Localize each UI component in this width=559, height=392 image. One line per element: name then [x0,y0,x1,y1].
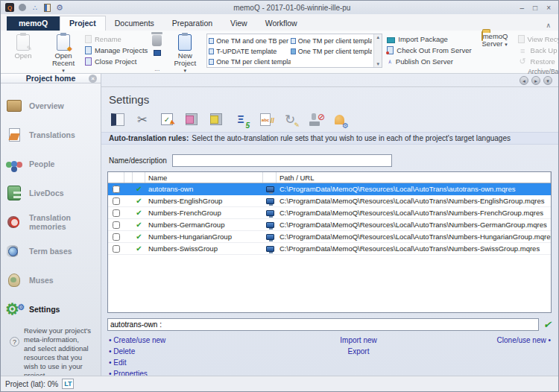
clone-use-new-link[interactable]: Clone/use new [497,336,551,344]
open-icon: ✎ [16,34,30,51]
maximize-button[interactable]: □ [533,4,537,12]
recycle-bin-icon [518,35,525,43]
sidebar-item-livedocs[interactable]: LiveDocs [1,178,101,207]
apply-check-icon[interactable]: ✔ [543,319,552,330]
sidebar-item-muses[interactable]: Muses [1,265,101,294]
row-name: Numbers-EnglishGroup [145,197,263,205]
archive-project-icon[interactable] [154,50,161,56]
nav-dropdown-icon[interactable]: ▾ [543,76,552,85]
table-header[interactable]: Name Path / URL [108,172,551,183]
row-name: Numbers-SwissGroup [145,244,263,253]
close-pane-icon[interactable]: × [89,75,97,83]
settings-description: Review your project's meta-information, … [24,326,92,380]
row-path: C:\ProgramData\MemoQ\Resources\Local\Aut… [277,233,551,241]
table-row[interactable]: ✔ autotrans-own C:\ProgramData\MemoQ\Res… [108,183,551,195]
sidebar-item-translation-memories[interactable]: Translation memories [1,207,101,236]
local-resource-icon [266,234,274,240]
sidebar-item-translations[interactable]: Translations [1,120,101,149]
tab-workflow[interactable]: Workflow [256,16,306,31]
tm-settings-icon[interactable] [183,110,200,128]
livedocs-settings-icon[interactable] [207,110,225,128]
row-checkbox[interactable] [113,233,120,241]
memoq-server-folder-icon [481,31,483,41]
sidebar-item-people[interactable]: People [1,149,101,178]
template-icon [291,38,296,44]
help-icon[interactable]: ? [10,337,19,347]
resource-console-icon[interactable]: ∴ [31,3,40,12]
close-button[interactable]: × [546,4,551,12]
rename-button[interactable]: Rename [85,34,148,44]
row-checkbox[interactable] [113,197,120,205]
general-settings-icon[interactable] [109,110,127,128]
template-item[interactable]: One TM per client template [291,46,373,57]
tab-documents[interactable]: Documents [106,16,163,31]
open-button[interactable]: ✎ Open [4,33,42,60]
selected-resource-edit-field[interactable] [107,318,539,331]
column-header-path[interactable]: Path / URL [277,172,551,183]
view-recycle-bin-button[interactable]: View Recycle Bin [518,34,559,44]
check-out-from-server-button[interactable]: Check Out From Server [387,45,471,55]
project-template-listbox: One TM and one TB per ... T-UPDATE templ… [206,34,382,68]
non-translatables-icon[interactable] [306,110,323,128]
nav-forward-icon[interactable]: ▸ [531,76,540,85]
open-recent-button[interactable]: ◆ Open Recent ▾ [45,33,82,75]
close-project-button[interactable]: Close Project [85,57,148,66]
column-header-name[interactable]: Name [145,172,263,183]
project-home-tab[interactable]: Project home × [1,74,101,83]
template-item[interactable]: T-UPDATE template [209,46,291,57]
tab-project[interactable]: Project [60,16,106,31]
row-checkbox[interactable] [113,245,120,253]
row-path: C:\ProgramData\MemoQ\Resources\Local\Aut… [277,209,551,217]
collapse-ribbon-icon[interactable]: ∧ [538,22,558,31]
options-gear-icon[interactable]: ⚙ [55,3,64,12]
template-scrollbar[interactable]: ▲ ▼ [373,34,382,67]
sidebar-item-overview[interactable]: Overview [1,91,101,120]
sidebar-item-term-bases[interactable]: Term bases [1,236,101,265]
globe-icon[interactable] [19,4,26,11]
back-up-button[interactable]: ≡ Back Up [518,45,559,55]
template-item[interactable]: One TM per client template 2 [209,57,291,67]
group-label-overflow: ... [150,64,164,73]
create-use-new-link[interactable]: Create/use new [109,336,294,344]
publish-on-server-button[interactable]: ➣ Publish On Server [387,57,471,66]
segmentation-rules-icon[interactable]: ✂ [133,110,151,128]
new-project-button[interactable]: New Project ▾ [166,33,203,75]
table-row[interactable]: ✔ Numbers-GermanGroup C:\ProgramData\Mem… [108,219,551,231]
scroll-down-icon[interactable]: ▼ [376,62,380,66]
auto-translation-rules-table: Name Path / URL ✔ autotrans-own C:\Progr… [107,171,552,313]
ignore-lists-icon[interactable]: ↻ [281,110,299,128]
template-item[interactable]: One TM per client template 2 [291,36,373,46]
enabled-check-icon: ✔ [133,185,145,193]
qa-settings-icon[interactable]: ✓ [158,110,176,128]
scroll-up-icon[interactable]: ▲ [376,35,380,39]
minimize-button[interactable]: – [520,4,525,12]
auto-translation-rules-icon[interactable]: Ξ5 [232,110,250,128]
import-new-link[interactable]: Import new [340,336,376,344]
table-row[interactable]: ✔ Numbers-HungarianGroup C:\ProgramData\… [108,231,551,243]
table-row[interactable]: ✔ Numbers-EnglishGroup C:\ProgramData\Me… [108,195,551,207]
table-row[interactable]: ✔ Numbers-SwissGroup C:\ProgramData\Memo… [108,243,551,255]
tab-preparation[interactable]: Preparation [163,16,221,31]
import-package-button[interactable]: Import Package [387,34,471,44]
sidebar-item-settings[interactable]: ⚙⚙ Settings [1,294,101,323]
notebook-icon[interactable] [44,4,51,12]
export-link[interactable]: Export [348,347,370,355]
name-description-filter-input[interactable] [172,154,392,167]
restore-button[interactable]: ↺ Restore [518,57,559,66]
nav-back-icon[interactable]: ◂ [519,76,528,85]
tab-memoq[interactable]: memoQ [7,16,60,31]
font-substitution-icon[interactable] [330,110,348,128]
tab-view[interactable]: View [221,16,256,31]
delete-link[interactable]: Delete [109,347,294,355]
delete-project-trash-icon[interactable] [152,35,162,46]
row-checkbox[interactable] [113,221,120,229]
manage-projects-button[interactable]: Manage Projects [85,45,148,55]
edit-link[interactable]: Edit [109,358,294,367]
language-terminal-badge[interactable]: LT [62,379,74,389]
export-path-rules-icon[interactable]: abc [256,110,274,128]
table-row[interactable]: ✔ Numbers-FrenchGroup C:\ProgramData\Mem… [108,207,551,219]
memoq-server-button[interactable]: memoQ Server ▾ [476,33,514,48]
row-checkbox[interactable] [113,186,120,193]
row-checkbox[interactable] [113,209,120,217]
template-item[interactable]: One TM and one TB per ... [209,36,291,46]
